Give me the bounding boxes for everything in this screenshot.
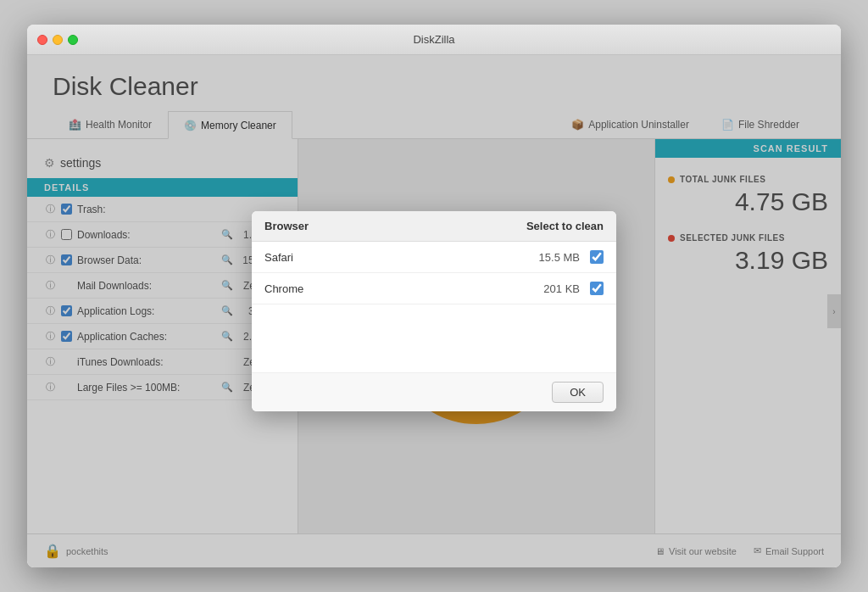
- modal-overlay: Browser Select to clean Safari 15.5 MB C…: [27, 55, 841, 567]
- browser-name-safari: Safari: [264, 251, 539, 264]
- modal-header: Browser Select to clean: [252, 211, 616, 242]
- modal-col-browser: Browser: [264, 220, 526, 232]
- browser-name-chrome: Chrome: [264, 282, 543, 295]
- modal-row-safari: Safari 15.5 MB: [252, 242, 616, 273]
- modal-row-chrome: Chrome 201 KB: [252, 273, 616, 304]
- maximize-button[interactable]: [68, 35, 78, 45]
- browser-modal: Browser Select to clean Safari 15.5 MB C…: [252, 211, 616, 411]
- checkbox-safari[interactable]: [590, 250, 604, 264]
- checkbox-chrome[interactable]: [590, 282, 604, 295]
- window-content: Disk Cleaner 🏥 Health Monitor 💿 Memory C…: [27, 55, 841, 567]
- browser-size-safari: 15.5 MB: [539, 251, 580, 264]
- title-bar: DiskZilla: [27, 25, 841, 55]
- modal-ok-button[interactable]: OK: [552, 382, 604, 403]
- traffic-lights: [37, 35, 78, 45]
- browser-size-chrome: 201 KB: [543, 282, 580, 295]
- modal-footer: OK: [252, 372, 616, 411]
- window-title: DiskZilla: [413, 33, 454, 46]
- modal-empty-space: [252, 304, 616, 372]
- close-button[interactable]: [37, 35, 47, 45]
- minimize-button[interactable]: [53, 35, 63, 45]
- modal-col-select: Select to clean: [526, 220, 604, 232]
- main-window: DiskZilla Disk Cleaner 🏥 Health Monitor …: [27, 25, 841, 567]
